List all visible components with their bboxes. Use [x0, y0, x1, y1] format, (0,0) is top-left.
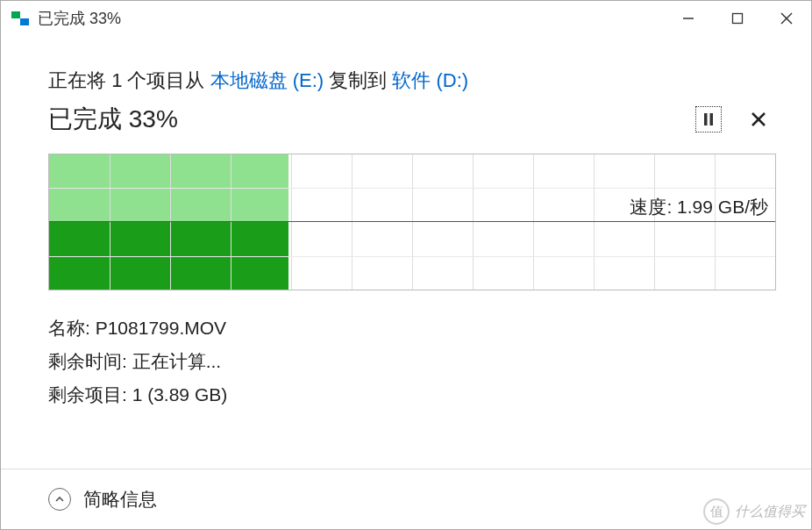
svg-rect-5	[710, 113, 714, 125]
transfer-details: 名称: P1081799.MOV 剩余时间: 正在计算... 剩余项目: 1 (…	[48, 312, 776, 411]
items-value: 1 (3.89 GB)	[132, 384, 228, 405]
footer: 简略信息	[1, 469, 811, 529]
progress-status: 已完成 33%	[48, 103, 695, 136]
watermark-icon: 值	[703, 498, 730, 525]
name-label: 名称:	[48, 318, 96, 338]
name-value: P1081799.MOV	[96, 318, 226, 338]
maximize-button[interactable]	[713, 1, 762, 36]
close-button[interactable]	[762, 1, 811, 36]
dest-link[interactable]: 软件 (D:)	[392, 69, 468, 91]
brief-info-link[interactable]: 简略信息	[83, 487, 157, 512]
time-label: 剩余时间:	[48, 351, 132, 371]
speed-chart: 速度: 1.99 GB/秒	[48, 154, 776, 290]
window-title: 已完成 33%	[38, 8, 664, 29]
chevron-up-icon	[54, 494, 65, 505]
speed-label: 速度: 1.99 GB/秒	[630, 195, 768, 219]
items-label: 剩余项目:	[48, 384, 132, 405]
watermark: 值 什么值得买	[703, 498, 805, 525]
copy-description: 正在将 1 个项目从 本地磁盘 (E:) 复制到 软件 (D:)	[48, 68, 776, 94]
titlebar: 已完成 33%	[1, 1, 811, 36]
close-icon	[751, 111, 766, 127]
copy-app-icon	[11, 11, 29, 25]
collapse-button[interactable]	[48, 488, 71, 511]
svg-rect-1	[733, 14, 743, 24]
pause-button[interactable]	[695, 106, 722, 132]
time-value: 正在计算...	[132, 351, 222, 371]
file-copy-dialog: 已完成 33% 正在将 1 个项目从 本地磁盘 (E:) 复制到 软件 (D:)…	[0, 0, 812, 530]
minimize-button[interactable]	[664, 1, 713, 36]
pause-icon	[703, 113, 714, 125]
cancel-button[interactable]	[748, 109, 769, 130]
source-link[interactable]: 本地磁盘 (E:)	[210, 69, 324, 91]
svg-rect-4	[704, 113, 708, 125]
